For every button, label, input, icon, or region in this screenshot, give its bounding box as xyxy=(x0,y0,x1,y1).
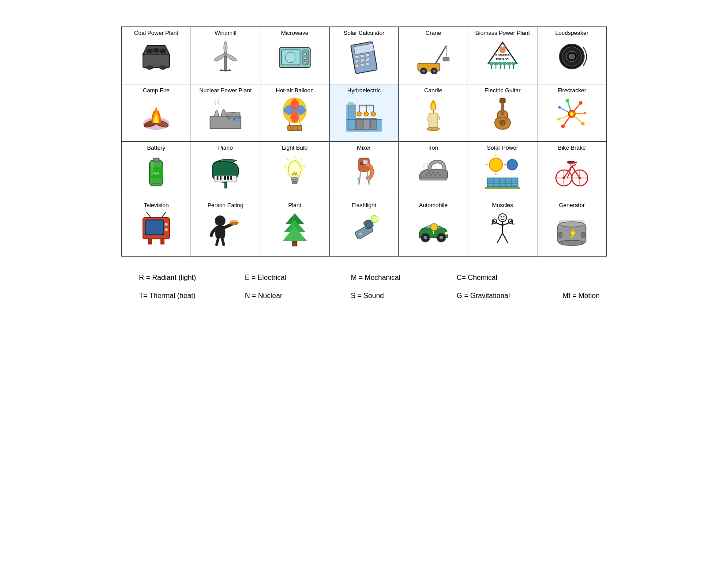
legend-section: R = Radiant (light) E = Electrical M = M… xyxy=(121,270,607,306)
legend-motion: Mt = Motion xyxy=(563,288,642,303)
cell-label: Candle xyxy=(402,87,464,94)
nuclear-icon xyxy=(195,96,256,132)
crane-icon xyxy=(402,38,464,75)
grid-cell-3-1: Person Eating xyxy=(191,199,260,257)
svg-point-223 xyxy=(503,216,505,217)
svg-rect-139 xyxy=(292,181,297,184)
cell-label: Hot-air Balloon xyxy=(264,87,326,94)
cell-label: Solar Power xyxy=(472,144,533,151)
svg-point-155 xyxy=(432,172,434,174)
battery-icon: AA xyxy=(125,153,187,189)
grid-cell-1-0: Camp Fire xyxy=(122,84,191,142)
cell-label: Camp Fire xyxy=(125,87,187,94)
svg-rect-132 xyxy=(227,176,229,180)
svg-rect-137 xyxy=(291,178,298,180)
cell-label: Light Bulb xyxy=(264,144,326,151)
grid-cell-2-6: Bike Brake xyxy=(537,142,607,199)
svg-point-47 xyxy=(489,62,494,65)
svg-rect-138 xyxy=(292,180,298,181)
svg-point-197 xyxy=(165,228,168,231)
flashlight-icon xyxy=(333,211,395,247)
tv-icon xyxy=(125,211,187,247)
svg-point-11 xyxy=(224,42,227,54)
cell-label: Solar Calculator xyxy=(333,30,395,37)
legend-nuclear: N = Nuclear xyxy=(245,288,324,303)
svg-rect-81 xyxy=(363,118,369,129)
piano-icon xyxy=(195,153,256,189)
svg-point-150 xyxy=(426,174,428,176)
candle-icon xyxy=(402,96,464,132)
grid-cell-3-4: Automobile 1 xyxy=(399,199,468,257)
muscles-icon xyxy=(472,211,533,247)
svg-rect-26 xyxy=(355,55,359,58)
svg-rect-92 xyxy=(429,113,438,129)
hydro-icon xyxy=(333,96,395,132)
svg-rect-191 xyxy=(146,221,163,234)
svg-point-3 xyxy=(159,65,166,70)
svg-rect-101 xyxy=(500,98,505,103)
svg-point-117 xyxy=(557,118,560,121)
svg-rect-42 xyxy=(443,57,449,61)
legend-mechanical: M = Mechanical xyxy=(351,270,430,285)
svg-point-55 xyxy=(507,62,511,65)
svg-point-113 xyxy=(579,101,582,105)
grid-cell-2-1: Piano xyxy=(191,142,260,199)
cell-label: Flashlight xyxy=(333,202,395,209)
generator-icon: GENERATOR xyxy=(541,211,603,247)
svg-line-230 xyxy=(503,233,508,243)
svg-point-6 xyxy=(146,49,153,53)
svg-point-196 xyxy=(165,223,168,226)
cell-label: Bike Brake xyxy=(541,144,603,151)
cell-label: Piano xyxy=(195,144,256,151)
svg-rect-67 xyxy=(227,113,240,116)
windmill-icon xyxy=(195,38,256,75)
microwave-icon xyxy=(264,38,326,75)
cell-label: Electric Guitar xyxy=(472,87,533,94)
svg-point-220 xyxy=(445,232,448,234)
svg-rect-27 xyxy=(360,54,364,57)
cell-label: Automobile xyxy=(402,202,464,209)
svg-point-84 xyxy=(364,112,368,116)
grid-cell-0-5: Biomass Power Plant BIOMASS ENERGY xyxy=(468,27,537,84)
svg-point-99 xyxy=(500,120,505,125)
svg-text:ENERGY: ENERGY xyxy=(496,57,509,61)
campfire-icon xyxy=(125,96,187,132)
grid-cell-3-6: Generator GENERATOR xyxy=(537,199,607,257)
svg-rect-238 xyxy=(582,232,585,238)
svg-point-23 xyxy=(285,52,296,63)
svg-point-216 xyxy=(424,236,427,239)
grid-cell-1-6: Firecracker xyxy=(537,84,607,142)
svg-point-20 xyxy=(304,53,307,55)
grid-cell-3-5: Muscles xyxy=(468,199,537,257)
svg-point-198 xyxy=(215,215,225,226)
grid-cell-3-2: Plant xyxy=(260,199,330,257)
grid-cell-1-1: Nuclear Power Plant xyxy=(191,84,260,142)
svg-point-83 xyxy=(357,112,361,116)
speaker-icon xyxy=(541,38,603,75)
grid-cell-2-0: Battery AA xyxy=(122,142,191,199)
svg-point-235 xyxy=(559,222,584,227)
svg-rect-0 xyxy=(143,54,169,68)
svg-rect-82 xyxy=(370,118,376,129)
svg-point-38 xyxy=(422,70,425,72)
calculator-icon xyxy=(333,38,395,75)
svg-point-21 xyxy=(304,57,307,60)
person-icon xyxy=(195,211,256,247)
cell-label: Nuclear Power Plant xyxy=(195,87,256,94)
svg-rect-28 xyxy=(366,53,370,57)
svg-rect-162 xyxy=(487,178,518,187)
svg-point-22 xyxy=(304,61,307,64)
svg-line-202 xyxy=(217,238,218,245)
grid-cell-2-2: Light Bulb xyxy=(260,142,330,199)
svg-point-114 xyxy=(584,112,586,114)
solar-icon xyxy=(472,153,533,189)
svg-point-57 xyxy=(511,62,516,65)
grid-cell-2-3: Mixer xyxy=(330,142,399,199)
cell-label: Crane xyxy=(402,30,464,37)
svg-point-222 xyxy=(501,216,502,217)
svg-point-157 xyxy=(489,158,503,171)
svg-rect-237 xyxy=(559,232,562,238)
svg-rect-79 xyxy=(346,105,355,129)
svg-point-116 xyxy=(561,125,565,128)
cell-label: Hydroelectric xyxy=(333,87,395,94)
